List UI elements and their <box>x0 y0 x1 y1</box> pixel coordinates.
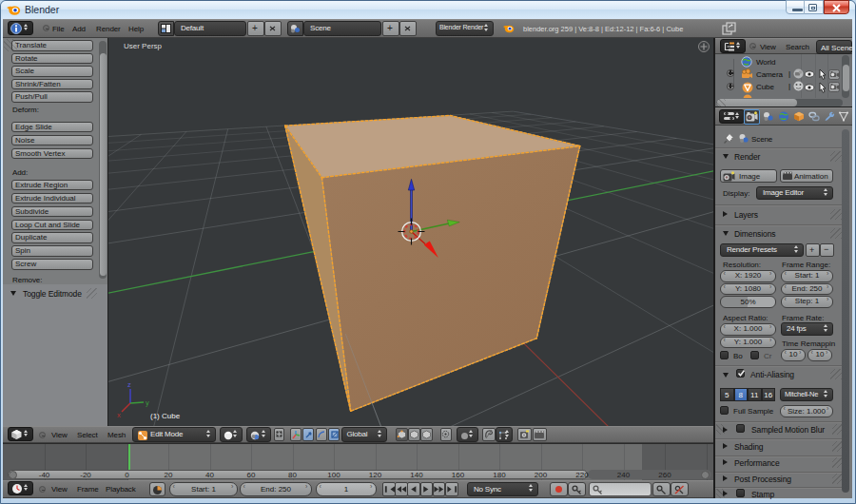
svg-text:(1) Cube: (1) Cube <box>150 412 181 420</box>
svg-text:User Persp: User Persp <box>124 42 163 50</box>
svg-text:y: y <box>146 398 149 407</box>
svg-text:z: z <box>127 380 131 389</box>
svg-text:x: x <box>117 411 121 419</box>
